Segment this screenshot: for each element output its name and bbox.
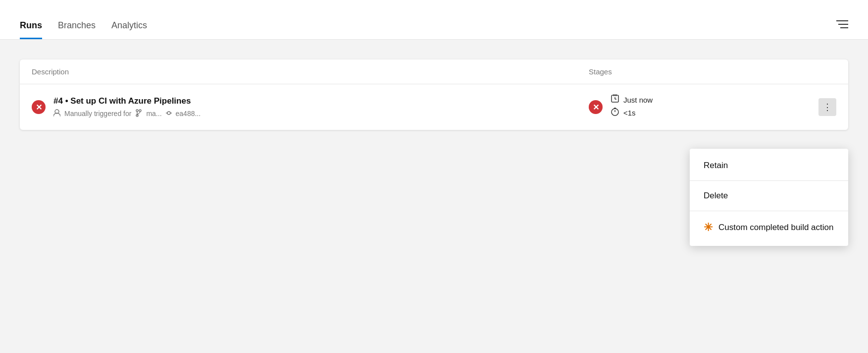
table-row: ✕ #4 • Set up CI with Azure Pipelines Ma… <box>20 84 848 130</box>
runs-card: Description Stages ✕ #4 • Set up CI with… <box>20 59 848 130</box>
menu-item-retain[interactable]: Retain <box>690 153 848 178</box>
menu-item-delete[interactable]: Delete <box>690 183 848 209</box>
svg-rect-11 <box>613 94 614 96</box>
run-commit: ea488... <box>176 110 201 118</box>
svg-point-7 <box>167 112 170 115</box>
stage-fail-icon: ✕ <box>589 100 603 114</box>
table-header: Description Stages <box>20 59 848 84</box>
timer-icon <box>611 107 619 118</box>
custom-action-label: Custom completed build action <box>718 223 833 233</box>
duration-label: <1s <box>623 109 636 117</box>
run-title[interactable]: #4 • Set up CI with Azure Pipelines <box>53 96 589 106</box>
delete-label: Delete <box>704 191 728 201</box>
run-branch: ma... <box>146 110 161 118</box>
menu-item-custom-action[interactable]: ✳ Custom completed build action <box>690 213 848 242</box>
tab-branches[interactable]: Branches <box>58 20 96 39</box>
retain-label: Retain <box>704 161 728 171</box>
run-meta: Manually triggered for ma... <box>53 109 589 118</box>
top-bar: Runs Branches Analytics <box>0 0 868 40</box>
run-status-icon: ✕ <box>32 100 46 114</box>
tab-analytics[interactable]: Analytics <box>111 20 147 39</box>
header-stages: Stages <box>589 67 836 76</box>
stages-col: ✕ Just now <box>589 94 836 120</box>
header-description: Description <box>32 67 589 76</box>
commit-icon <box>166 110 172 118</box>
svg-point-5 <box>139 110 141 112</box>
time-label: Just now <box>623 96 653 104</box>
tab-runs[interactable]: Runs <box>20 20 42 39</box>
tabs: Runs Branches Analytics <box>20 0 147 39</box>
asterisk-icon: ✳ <box>704 221 713 234</box>
svg-point-4 <box>136 110 138 112</box>
svg-rect-12 <box>615 94 616 96</box>
menu-divider-2 <box>690 211 848 211</box>
clock-icon <box>611 94 619 105</box>
more-icon: ⋮ <box>823 102 832 113</box>
run-info: #4 • Set up CI with Azure Pipelines Manu… <box>53 96 589 118</box>
more-options-button[interactable]: ⋮ <box>818 98 836 116</box>
person-icon <box>53 109 60 118</box>
run-time-info: Just now <1s <box>611 94 811 120</box>
run-trigger: Manually triggered for <box>64 110 131 118</box>
time-start-row: Just now <box>611 94 811 105</box>
main-content: Description Stages ✕ #4 • Set up CI with… <box>0 40 868 353</box>
filter-icon[interactable] <box>836 20 848 39</box>
menu-divider-1 <box>690 180 848 181</box>
duration-row: <1s <box>611 107 811 118</box>
context-menu: Retain Delete ✳ Custom completed build a… <box>690 149 848 246</box>
branch-icon <box>135 109 142 118</box>
